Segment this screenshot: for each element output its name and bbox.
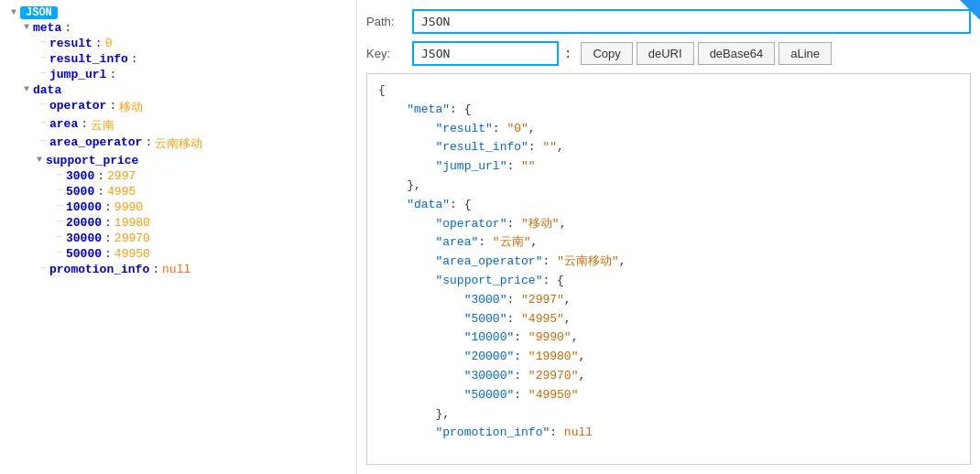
p10000-key: 10000	[66, 200, 102, 214]
copy-button[interactable]: Copy	[581, 42, 632, 65]
result-node: ─ result : 0	[4, 36, 356, 51]
p30000-value: 29970	[114, 232, 150, 245]
jump-url-node: ─ jump_url :	[4, 67, 356, 82]
area-node: ─ area : 云南	[4, 116, 356, 135]
area-operator-key: area_operator	[49, 135, 142, 149]
p5000-key: 5000	[66, 185, 94, 199]
data-key: data	[33, 83, 61, 97]
p20000-key: 20000	[66, 216, 102, 230]
json-viewer: { "meta": { "result": "0", "result_info"…	[366, 73, 971, 465]
meta-node: ▼ meta :	[4, 20, 356, 36]
p50000-node: ─ 50000 : 49950	[4, 246, 356, 262]
p3000-node: ─ 3000 : 2997	[4, 168, 356, 184]
area-operator-value: 云南移动	[155, 135, 202, 152]
data-toggle[interactable]: ▼	[20, 83, 33, 96]
root-tag: JSON	[20, 6, 58, 19]
operator-node: ─ operator : 移动	[4, 98, 356, 116]
tree-panel: ▼ JSON ▼ meta : ─ result : 0 ─ result_in…	[0, 0, 357, 474]
root-node: ▼ JSON	[4, 5, 356, 20]
operator-value: 移动	[119, 99, 143, 115]
path-row: Path:	[366, 9, 971, 34]
result-info-key: result_info	[49, 52, 128, 66]
right-panel: Path: Key: : Copy deURI deBase64 aLine {…	[357, 0, 980, 474]
p20000-value: 19980	[114, 216, 150, 230]
result-info-node: ─ result_info :	[4, 51, 356, 67]
p50000-value: 49950	[114, 247, 150, 261]
path-input[interactable]	[412, 9, 971, 34]
support-price-toggle[interactable]: ▼	[33, 154, 46, 167]
p30000-node: ─ 30000 : 29970	[4, 231, 356, 246]
promotion-info-key: promotion_info	[49, 263, 149, 276]
key-row: Key: : Copy deURI deBase64 aLine	[366, 41, 971, 66]
key-label: Key:	[366, 47, 412, 60]
p5000-value: 4995	[107, 185, 136, 199]
deuri-button[interactable]: deURI	[637, 42, 694, 65]
path-label: Path:	[366, 15, 412, 28]
corner-decoration	[960, 0, 980, 20]
jump-url-key: jump_url	[49, 68, 106, 81]
debase64-button[interactable]: deBase64	[698, 42, 776, 65]
meta-toggle[interactable]: ▼	[20, 21, 33, 34]
area-operator-node: ─ area_operator : 云南移动	[4, 135, 356, 153]
p20000-node: ─ 20000 : 19980	[4, 215, 356, 231]
p3000-value: 2997	[107, 169, 136, 183]
support-price-node: ▼ support_price	[4, 153, 356, 168]
area-key: area	[49, 117, 78, 131]
promotion-info-value: null	[162, 263, 191, 276]
p30000-key: 30000	[66, 232, 102, 245]
root-toggle[interactable]: ▼	[7, 6, 20, 19]
p3000-key: 3000	[66, 169, 94, 183]
operator-key: operator	[49, 99, 106, 113]
promotion-info-node: ─ promotion_info : null	[4, 262, 356, 277]
p5000-node: ─ 5000 : 4995	[4, 184, 356, 199]
p10000-node: ─ 10000 : 9990	[4, 199, 356, 215]
area-value: 云南	[91, 117, 114, 134]
result-key: result	[49, 37, 93, 50]
result-value: 0	[105, 37, 113, 50]
aline-button[interactable]: aLine	[779, 42, 832, 65]
p10000-value: 9990	[114, 200, 143, 214]
key-input[interactable]	[412, 41, 559, 66]
data-node: ▼ data	[4, 82, 356, 98]
p50000-key: 50000	[66, 247, 102, 261]
support-price-key: support_price	[46, 154, 138, 167]
meta-key: meta	[33, 21, 61, 35]
